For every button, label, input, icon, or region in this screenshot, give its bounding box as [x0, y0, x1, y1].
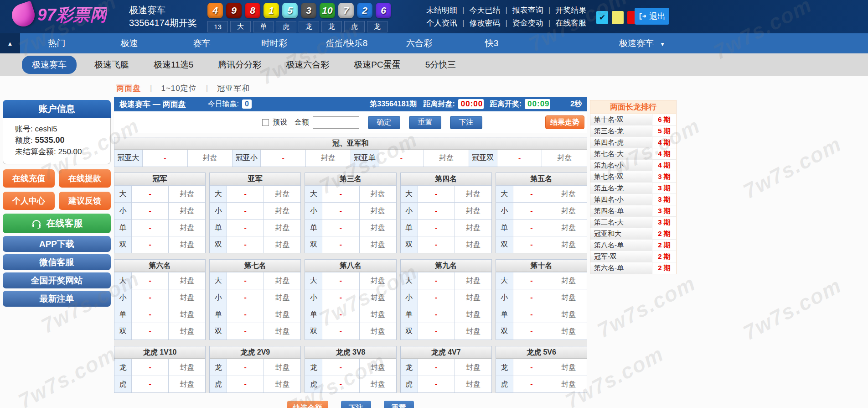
online-service-button[interactable]: 在线客服 — [3, 214, 111, 233]
bet-odds[interactable]: - — [227, 272, 264, 289]
result-trend-button[interactable]: 结果走势 — [545, 115, 584, 129]
preset-checkbox[interactable] — [262, 119, 269, 126]
amount-input[interactable] — [313, 116, 359, 129]
bet-odds[interactable]: - — [513, 323, 550, 340]
bet-odds[interactable]: - — [513, 289, 550, 306]
bottom-action-button[interactable]: 重置 — [384, 401, 414, 408]
bet-odds[interactable]: - — [418, 376, 455, 392]
sidebar-button[interactable]: 个人中心 — [3, 192, 55, 210]
bet-odds[interactable]: - — [322, 289, 359, 306]
nav-item[interactable]: 时时彩 — [238, 33, 310, 53]
sidebar-button[interactable]: 微信客服 — [3, 254, 111, 270]
cyan-checkbox[interactable]: ✔ — [596, 11, 608, 24]
bet-odds[interactable]: - — [132, 306, 168, 323]
sidebar-button[interactable]: 在线提款 — [59, 169, 111, 188]
bet-odds[interactable]: - — [513, 359, 550, 376]
subnav-item[interactable]: 极速飞艇 — [82, 56, 141, 73]
sidebar-button[interactable]: 建议反馈 — [59, 192, 111, 210]
bet-odds[interactable]: - — [418, 236, 455, 253]
confirm-button[interactable]: 确定 — [368, 116, 400, 129]
bet-odds[interactable]: - — [513, 272, 550, 289]
bottom-action-button[interactable]: 下注 — [341, 401, 371, 408]
bet-odds[interactable]: - — [513, 203, 550, 219]
bet-odds[interactable]: - — [322, 323, 359, 340]
site-logo[interactable]: 97彩票网 — [12, 4, 107, 26]
bet-odds[interactable]: - — [497, 150, 542, 167]
bet-odds[interactable]: - — [227, 220, 264, 236]
bet-button[interactable]: 下注 — [450, 116, 482, 129]
collapse-nav-button[interactable]: ▲ — [0, 33, 20, 53]
reset-button[interactable]: 重置 — [409, 116, 441, 129]
bet-odds[interactable]: - — [227, 289, 264, 306]
bet-odds[interactable]: - — [132, 289, 168, 306]
bet-odds[interactable]: - — [418, 359, 455, 376]
bet-odds[interactable]: - — [227, 306, 264, 323]
bet-odds[interactable]: - — [227, 376, 264, 392]
bet-odds[interactable]: - — [227, 186, 264, 202]
bet-odds[interactable]: - — [227, 236, 264, 253]
bet-odds[interactable]: - — [132, 186, 168, 202]
top-link[interactable]: 在线客服 — [555, 19, 586, 27]
top-link[interactable]: 个人资讯 — [426, 19, 457, 27]
bet-odds[interactable]: - — [322, 203, 359, 219]
subnav-item[interactable]: 极速六合彩 — [274, 56, 341, 73]
top-link[interactable]: 报表查询 — [512, 6, 543, 15]
bet-odds[interactable]: - — [322, 220, 359, 236]
top-link[interactable]: 修改密码 — [469, 19, 500, 27]
bet-odds[interactable]: - — [513, 220, 550, 236]
bet-odds[interactable]: - — [418, 203, 455, 219]
bet-odds[interactable]: - — [132, 359, 168, 376]
bet-odds[interactable]: - — [227, 359, 264, 376]
bet-odds[interactable]: - — [322, 272, 359, 289]
bet-odds[interactable]: - — [322, 236, 359, 253]
game-dropdown[interactable]: 极速赛车 ▼ — [619, 33, 665, 54]
bet-odds[interactable]: - — [227, 203, 264, 219]
bet-odds[interactable]: - — [418, 272, 455, 289]
board-tab[interactable]: 冠亚军和 — [217, 83, 250, 94]
bet-odds[interactable]: - — [132, 203, 168, 219]
bet-odds[interactable]: - — [143, 150, 187, 167]
subnav-item[interactable]: 腾讯分分彩 — [206, 56, 274, 73]
subnav-item[interactable]: 极速11选5 — [141, 56, 206, 73]
subnav-item[interactable]: 极速PC蛋蛋 — [341, 56, 413, 73]
bet-odds[interactable]: - — [132, 272, 168, 289]
sidebar-button[interactable]: 全国开奖网站 — [3, 272, 111, 288]
bet-odds[interactable]: - — [322, 376, 359, 392]
bottom-action-button[interactable]: 快选金额 — [287, 401, 328, 408]
bet-odds[interactable]: - — [132, 323, 168, 340]
top-link[interactable]: 今天已结 — [469, 6, 500, 15]
board-tab[interactable]: 1~10定位 — [161, 83, 196, 94]
top-link[interactable]: 资金变动 — [512, 19, 543, 27]
board-tab[interactable]: 两面盘 — [116, 83, 141, 94]
logout-button[interactable]: 退出 — [635, 8, 669, 25]
bet-odds[interactable]: - — [261, 150, 305, 167]
bet-odds[interactable]: - — [322, 306, 359, 323]
nav-item[interactable]: 快3 — [455, 33, 528, 53]
sidebar-button[interactable]: 最新注单 — [3, 291, 111, 307]
bet-odds[interactable]: - — [513, 186, 550, 202]
sidebar-button[interactable]: 在线充值 — [3, 169, 55, 188]
yellow-checkbox[interactable] — [612, 11, 624, 24]
bet-odds[interactable]: - — [418, 289, 455, 306]
bet-odds[interactable]: - — [322, 186, 359, 202]
subnav-item[interactable]: 5分快三 — [413, 56, 469, 73]
top-link[interactable]: 未结明细 — [426, 6, 457, 15]
nav-item[interactable]: 赛车 — [165, 33, 238, 53]
bet-odds[interactable]: - — [132, 376, 168, 392]
subnav-item[interactable]: 极速赛车 — [22, 56, 77, 74]
bet-odds[interactable]: - — [379, 150, 424, 167]
bet-odds[interactable]: - — [418, 323, 455, 340]
bet-odds[interactable]: - — [418, 306, 455, 323]
bet-odds[interactable]: - — [227, 323, 264, 340]
nav-item[interactable]: 极速 — [93, 33, 165, 53]
bet-odds[interactable]: - — [418, 220, 455, 236]
bet-odds[interactable]: - — [513, 306, 550, 323]
top-link[interactable]: 开奖结果 — [555, 6, 586, 15]
sidebar-button[interactable]: APP下载 — [3, 236, 111, 252]
bet-odds[interactable]: - — [132, 220, 168, 236]
bet-odds[interactable]: - — [132, 236, 168, 253]
bet-odds[interactable]: - — [513, 376, 550, 392]
nav-item[interactable]: 热门 — [21, 33, 93, 53]
nav-item[interactable]: 蛋蛋/快乐8 — [310, 33, 383, 53]
nav-item[interactable]: 六合彩 — [383, 33, 455, 53]
